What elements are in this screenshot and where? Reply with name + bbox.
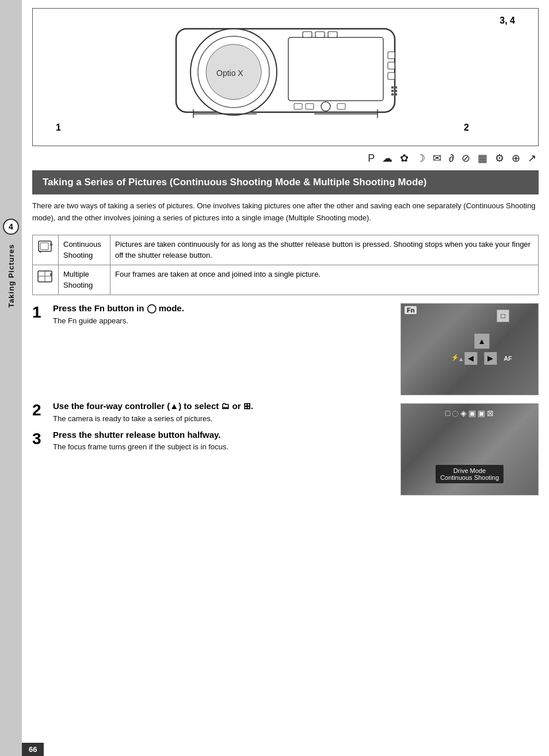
table-row: Continuous Shooting Pictures are taken c… (33, 235, 539, 265)
svg-rect-15 (395, 90, 397, 92)
steps-2-3-section: 2 Use the four-way controller (▲) to sel… (22, 401, 549, 495)
multiple-mode-desc: Four frames are taken at once and joined… (110, 265, 539, 295)
svg-text:Optio X: Optio X (216, 68, 243, 78)
step-1: 1 Press the Fn button in ◯ mode. The Fn … (32, 303, 391, 327)
svg-rect-27 (40, 243, 48, 250)
fn-guide-preview: Fn □ ▲ ⚡A ◀ ▶ AF (401, 303, 539, 395)
step-3-body: Press the shutter release button halfway… (53, 430, 391, 453)
step-1-preview: Fn □ ▲ ⚡A ◀ ▶ AF (401, 303, 539, 395)
table-row: Multiple Shooting Four frames are taken … (33, 265, 539, 295)
step-3: 3 Press the shutter release button halfw… (32, 430, 391, 453)
step-1-title: Press the Fn button in ◯ mode. (53, 303, 391, 314)
main-content: 3, 4 Optio X (22, 0, 549, 756)
sidebar: 4 Taking Pictures (0, 0, 22, 756)
steps-2-3-content: 2 Use the four-way controller (▲) to sel… (32, 401, 391, 495)
middle-controls-row: ⚡A ◀ ▶ AF (451, 352, 512, 365)
steps-2-3-previews: □ ◌ ◈ ▣ ▣ ⊠ Drive Mode Continuous Shooti… (401, 401, 539, 495)
svg-rect-18 (294, 104, 302, 109)
intro-text: There are two ways of taking a series of… (22, 200, 549, 224)
step-1-number: 1 (32, 304, 53, 320)
svg-point-20 (321, 102, 330, 111)
flash-auto-label: ⚡A (451, 354, 463, 362)
drive-mode-label: Drive Mode (440, 467, 499, 474)
drive-mode-icons-bar: □ ◌ ◈ ▣ ▣ ⊠ (445, 408, 494, 418)
svg-rect-13 (395, 86, 397, 89)
up-arrow-btn: ▲ (474, 334, 489, 349)
top-mode-icon: □ (497, 310, 509, 322)
continuous-icon-cell (33, 235, 59, 265)
svg-rect-9 (388, 52, 395, 59)
step-3-desc: The focus frame turns green if the subje… (53, 441, 391, 453)
svg-rect-5 (288, 37, 383, 101)
step-2: 2 Use the four-way controller (▲) to sel… (32, 401, 391, 425)
multiple-mode-name: Multiple Shooting (59, 265, 110, 295)
af-label: AF (504, 355, 512, 362)
left-arrow-btn: ◀ (464, 352, 477, 365)
continuous-mode-name: Continuous Shooting (59, 235, 110, 265)
svg-rect-6 (303, 32, 312, 37)
chapter-title: Taking Pictures (7, 244, 16, 308)
cont-icon-inline: 🗂 (221, 401, 230, 411)
mode-icons-row: P ☁ ✿ ☽ ✉ ∂ ⊘ ▦ ⚙ ⊕ ↗ (22, 150, 549, 167)
step-1-content: 1 Press the Fn button in ◯ mode. The Fn … (32, 303, 391, 333)
svg-rect-33 (50, 273, 52, 276)
svg-rect-12 (391, 86, 394, 89)
step-2-desc: The camera is ready to take a series of … (53, 413, 391, 425)
step-2-number: 2 (32, 402, 53, 418)
camera-diagram: 3, 4 Optio X (32, 8, 539, 146)
left-controls: ⚡A ◀ (451, 352, 477, 365)
svg-rect-21 (337, 104, 345, 109)
svg-rect-28 (50, 243, 52, 246)
svg-rect-10 (388, 62, 395, 69)
chapter-number: 4 (3, 219, 19, 235)
diagram-label-2: 2 (464, 123, 469, 133)
shooting-modes-table: Continuous Shooting Pictures are taken c… (32, 235, 539, 295)
svg-rect-16 (391, 93, 394, 96)
drive-mode-preview: □ ◌ ◈ ▣ ▣ ⊠ Drive Mode Continuous Shooti… (401, 403, 539, 495)
diagram-label-34: 3, 4 (500, 16, 515, 26)
svg-rect-11 (388, 72, 395, 79)
fn-label: Fn (405, 306, 417, 314)
multiple-shooting-icon (37, 269, 54, 285)
page-footer: 66 (22, 731, 549, 756)
svg-rect-17 (395, 93, 397, 96)
step-1-desc: The Fn guide appears. (53, 315, 391, 327)
camera-image: Optio X (42, 14, 529, 124)
step-2-body: Use the four-way controller (▲) to selec… (53, 401, 391, 425)
continuous-mode-desc: Pictures are taken continuously for as l… (110, 235, 539, 265)
multi-icon-inline: ⊞ (243, 401, 251, 411)
multiple-icon-cell (33, 265, 59, 295)
step-1-body: Press the Fn button in ◯ mode. The Fn gu… (53, 303, 391, 327)
right-arrow-btn: ▶ (484, 352, 497, 365)
camera-svg: Optio X (142, 17, 429, 121)
step-3-title: Press the shutter release button halfway… (53, 430, 391, 440)
step-1-section: 1 Press the Fn button in ◯ mode. The Fn … (32, 303, 539, 395)
step-2-title: Use the four-way controller (▲) to selec… (53, 401, 391, 411)
fn-controls: ▲ ⚡A ◀ ▶ AF (451, 334, 512, 365)
svg-rect-19 (306, 104, 314, 109)
drive-mode-overlay: Drive Mode Continuous Shooting (436, 465, 504, 483)
drive-mode-value: Continuous Shooting (440, 474, 499, 481)
step-3-number: 3 (32, 431, 53, 447)
continuous-shooting-icon (37, 239, 54, 255)
svg-rect-14 (391, 90, 394, 92)
section-header: Taking a Series of Pictures (Continuous … (32, 170, 539, 194)
svg-rect-8 (328, 32, 337, 37)
svg-rect-7 (315, 32, 325, 37)
diagram-label-1: 1 (56, 123, 61, 133)
camera-mode-icon: ◯ (147, 303, 157, 313)
page-number: 66 (22, 743, 44, 756)
